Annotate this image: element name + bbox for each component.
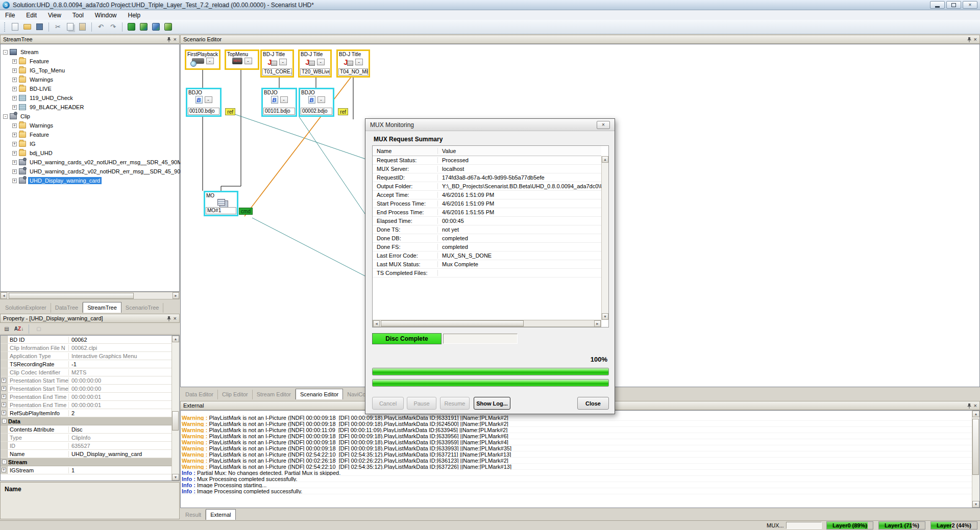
property-value[interactable]: 00:00:00:01 — [69, 394, 172, 400]
menu-item-tool[interactable]: Tool — [72, 12, 84, 19]
resume-button[interactable]: Resume — [440, 397, 470, 410]
mux-monitor-icon[interactable] — [138, 21, 149, 32]
tree-item-label[interactable]: UHD_warning_cards_v02_notUHD_err_msg__SD… — [28, 159, 183, 166]
property-value[interactable]: M2TS — [69, 369, 172, 375]
scroll-right-arrow[interactable]: ► — [173, 292, 179, 299]
tab-stream-editor[interactable]: Stream Editor — [253, 390, 296, 399]
tree-item[interactable]: +UHD_warning_cards2_v02_notHDR_err_msg__… — [1, 167, 179, 176]
expander-minus-icon[interactable]: - — [3, 114, 8, 119]
ref-tag[interactable]: ref — [225, 108, 235, 115]
property-value[interactable]: 00:00:00:01 — [69, 402, 172, 408]
pin-icon[interactable] — [166, 316, 172, 321]
collapse-button[interactable]: - — [205, 96, 212, 103]
close-panel-icon[interactable]: × — [974, 37, 977, 42]
tab-result[interactable]: Result — [181, 510, 206, 520]
log-line[interactable]: Info : Mux Processing completed successf… — [181, 476, 979, 482]
expander-plus-icon[interactable]: + — [12, 78, 17, 82]
stream-tree[interactable]: -Stream+Feature+IG_Top_Menu+Warnings+BD-… — [0, 44, 180, 292]
tab-scenariotree[interactable]: ScenarioTree — [121, 303, 164, 313]
node-bdjo-1[interactable]: BDJO B- 00100.bdjo ref — [186, 88, 222, 117]
tree-horizontal-scrollbar[interactable]: ◄ ► — [0, 292, 180, 299]
tree-item-label[interactable]: bdj_UHD — [28, 149, 54, 157]
scroll-up-arrow[interactable]: ▲ — [972, 411, 979, 417]
tab-data-editor[interactable]: Data Editor — [181, 390, 218, 399]
property-value[interactable]: 00062.clpi — [69, 345, 172, 351]
expander-plus-icon[interactable]: + — [12, 151, 17, 156]
log-line[interactable]: Warning : PlayListMark is not an I-Pictu… — [181, 451, 979, 458]
log-line[interactable]: Warning : PlayListMark is not an I-Pictu… — [181, 439, 979, 445]
collapse-button[interactable]: - — [279, 59, 287, 65]
scrollbar-thumb[interactable] — [9, 293, 134, 299]
tab-clip-editor[interactable]: Clip Editor — [218, 390, 253, 399]
close-panel-icon[interactable]: × — [174, 316, 177, 321]
expander-plus-icon[interactable]: + — [2, 411, 6, 415]
expander-minus-icon[interactable]: - — [2, 460, 7, 464]
close-dialog-button[interactable]: Close — [577, 397, 609, 410]
expander-plus-icon[interactable]: + — [2, 394, 6, 399]
property-row[interactable]: +Presentation End Time00:00:00:01 — [1, 401, 172, 409]
layout-export-icon[interactable] — [151, 21, 161, 32]
expander-plus-icon[interactable]: + — [12, 68, 17, 73]
node-bdj-title-2[interactable]: BD-J Title J- T20_WBLive... — [298, 49, 332, 78]
tree-item-label[interactable]: UHD_warning_cards2_v02_notHDR_err_msg__S… — [28, 168, 182, 175]
scroll-left-arrow[interactable]: ◄ — [373, 320, 380, 327]
tab-scenario-editor[interactable]: Scenario Editor — [296, 389, 343, 399]
expander-minus-icon[interactable]: - — [2, 419, 7, 423]
alphabetical-sort-icon[interactable]: AZ↓ — [14, 325, 23, 333]
tree-item-label[interactable]: IG_Top_Menu — [28, 67, 66, 74]
log-line[interactable]: Warning : PlayListMark is not an I-Pictu… — [181, 433, 979, 439]
scroll-down-arrow[interactable]: ▼ — [972, 501, 979, 508]
expander-minus-icon[interactable]: - — [3, 50, 8, 55]
log-line[interactable]: Info : Image Processing completed succes… — [181, 488, 979, 494]
property-value[interactable]: 2 — [69, 410, 172, 416]
tree-item-label[interactable]: BD-LIVE — [28, 85, 53, 92]
mux-monitoring-dialog[interactable]: MUX Monitoring × MUX Request Summary Nam… — [365, 118, 615, 414]
property-value[interactable]: Disc — [69, 426, 172, 433]
minimize-button[interactable] — [930, 1, 945, 9]
pin-icon[interactable] — [967, 403, 972, 409]
collapse-button[interactable]: - — [317, 96, 325, 103]
property-panel-header[interactable]: Property - [UHD_Display_warning_card] × — [0, 314, 180, 323]
property-value[interactable]: UHD_Display_warning_card — [69, 451, 172, 457]
expander-plus-icon[interactable]: + — [12, 59, 17, 64]
scroll-down-arrow[interactable]: ▼ — [602, 313, 608, 320]
expander-plus-icon[interactable]: + — [12, 133, 17, 137]
log-line[interactable]: Warning : PlayListMark is not an I-Pictu… — [181, 445, 979, 451]
property-row[interactable]: ID635527 — [1, 442, 172, 450]
tree-item[interactable]: -Clip — [1, 112, 179, 121]
scroll-up-arrow[interactable]: ▲ — [602, 156, 608, 163]
log-line[interactable]: Warning : PlayListMark is not an I-Pictu… — [181, 421, 979, 427]
property-value[interactable]: Interactive Graphics Menu — [69, 353, 172, 359]
tree-item[interactable]: +IG — [1, 139, 179, 148]
tab-streamtree[interactable]: StreamTree — [83, 302, 121, 313]
table-vertical-scrollbar[interactable]: ▲ ▼ — [601, 156, 608, 320]
tab-datatree[interactable]: DataTree — [51, 303, 83, 313]
tree-item-label[interactable]: Warnings — [28, 122, 55, 129]
property-row[interactable]: +RefSubPlayItemInfo2 — [1, 409, 172, 417]
close-panel-icon[interactable]: × — [174, 37, 177, 42]
mux-start-icon[interactable] — [126, 21, 137, 32]
expander-plus-icon[interactable]: + — [12, 179, 17, 183]
property-row[interactable]: NameUHD_Display_warning_card — [1, 450, 172, 458]
tree-item-label[interactable]: Stream — [19, 48, 40, 56]
node-bdjo-3[interactable]: BDJO B- 00002.bdjo ref — [299, 88, 334, 117]
property-row[interactable]: +Presentation End Time00:00:00:01 — [1, 393, 172, 401]
tree-item[interactable]: +99_BLACK_HEADER — [1, 103, 179, 112]
menu-item-edit[interactable]: Edit — [26, 12, 37, 19]
expander-plus-icon[interactable]: + — [12, 87, 17, 91]
menu-item-window[interactable]: Window — [95, 12, 117, 19]
property-row[interactable]: Application TypeInteractive Graphics Men… — [1, 352, 172, 360]
tree-item[interactable]: +BD-LIVE — [1, 84, 179, 93]
expander-plus-icon[interactable]: + — [2, 402, 6, 407]
log-vertical-scrollbar[interactable]: ▲ ▼ — [972, 411, 979, 508]
collapse-button[interactable]: - — [206, 58, 214, 64]
scrollbar-thumb[interactable] — [381, 320, 524, 326]
menu-item-file[interactable]: File — [5, 12, 15, 19]
tree-item[interactable]: +UHD_Display_warning_card — [1, 176, 179, 185]
tree-item[interactable]: -Stream — [1, 47, 179, 57]
property-value[interactable]: 1 — [69, 467, 172, 473]
node-firstplayback[interactable]: FirstPlayback - — [185, 49, 220, 70]
tree-item[interactable]: +Warnings — [1, 121, 179, 130]
redo-icon[interactable]: ↷ — [108, 21, 118, 32]
external-log[interactable]: Warning : PlayListMark is not an I-Pictu… — [180, 410, 980, 508]
